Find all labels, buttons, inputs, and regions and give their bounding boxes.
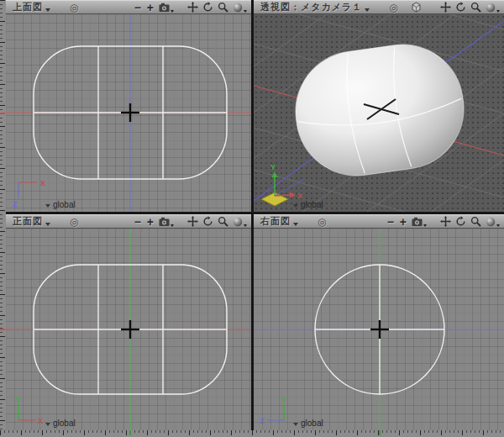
camera-menu-arrow-icon [171, 10, 174, 13]
vertical-ruler [0, 0, 6, 430]
axis-label-x: X [297, 192, 302, 200]
sphere-zoom-icon [486, 3, 496, 13]
axis-label-z: Z [13, 200, 18, 208]
viewport-menu-arrow-icon[interactable] [45, 223, 50, 226]
rotation-center-icon[interactable]: ◎ [318, 216, 326, 228]
rotate-icon [455, 2, 466, 13]
ruler-major-ticks [0, 0, 5, 430]
axis-label-x: X [38, 417, 43, 425]
view-scale-button[interactable] [485, 217, 501, 227]
viewport-front-view: 正面図 ◎ − + [6, 214, 251, 430]
magnifier-icon [218, 2, 228, 13]
right-view-titlebar: 右面図 ◎ − + [254, 214, 504, 229]
camera-menu-arrow-icon [423, 224, 427, 227]
rotation-center-icon[interactable]: ◎ [70, 216, 78, 228]
front-view-titlebar: 正面図 ◎ − + [6, 214, 251, 229]
rotation-center-icon[interactable]: ◎ [389, 2, 397, 13]
magnify-button[interactable] [217, 2, 229, 13]
coord-system-selector[interactable]: global [293, 200, 323, 209]
viewport-title: 上面図 [13, 1, 43, 13]
coord-system-selector[interactable]: global [45, 419, 76, 428]
pan-icon [440, 2, 451, 13]
pan-icon [440, 216, 451, 227]
viewport-title: 透視図：メタカメラ１ [260, 1, 362, 13]
coord-system-selector[interactable]: global [45, 200, 76, 209]
magnify-button[interactable] [470, 2, 482, 13]
ruler-major-ticks [0, 430, 504, 435]
sphere-zoom-icon [233, 217, 243, 227]
front-view-canvas[interactable]: Y X global [6, 229, 251, 430]
view-scale-menu-arrow-icon [244, 224, 247, 227]
camera-button[interactable] [411, 217, 428, 227]
origin-crosshair [121, 103, 139, 122]
view-scale-button[interactable] [232, 3, 248, 13]
perspective-canvas[interactable]: Y X global [254, 14, 504, 212]
pan-button[interactable] [186, 2, 199, 13]
camera-button[interactable] [158, 3, 175, 13]
coord-dropdown-icon [293, 423, 298, 426]
camera-menu-arrow-icon [171, 224, 174, 227]
zoom-out-button[interactable]: − [386, 216, 396, 228]
zoom-out-button[interactable]: − [133, 216, 143, 228]
zoom-out-button[interactable]: − [133, 2, 143, 13]
shaded-cube-icon [411, 2, 422, 13]
coord-system-label: global [53, 200, 76, 209]
top-view-titlebar: 上面図 ◎ − + [6, 0, 251, 14]
viewport-right-view: 右面図 ◎ − + [254, 214, 504, 430]
pan-icon [187, 2, 198, 13]
view-scale-button[interactable] [485, 3, 501, 13]
camera-icon [412, 217, 423, 227]
camera-icon [159, 3, 170, 13]
pan-button[interactable] [439, 2, 452, 13]
sphere-zoom-icon [486, 217, 496, 227]
rotate-view-button[interactable] [202, 216, 214, 227]
zoom-in-button[interactable]: + [145, 2, 155, 13]
camera-icon [159, 217, 170, 227]
viewport-title: 右面図 [260, 215, 291, 228]
x-axis-ruler-tick [0, 113, 5, 114]
magnify-button[interactable] [217, 216, 229, 227]
top-view-canvas[interactable]: X Z global [6, 14, 251, 212]
axis-label-x: X [40, 179, 45, 187]
axis-label-y: Y [270, 163, 276, 171]
coord-system-selector[interactable]: global [293, 419, 323, 428]
origin-crosshair [370, 320, 389, 339]
coord-dropdown-icon [293, 204, 298, 208]
viewport-menu-arrow-icon[interactable] [293, 223, 298, 226]
viewport-top-view: 上面図 ◎ − + [6, 0, 251, 212]
axis-label-y: Y [15, 396, 20, 404]
right-view-canvas[interactable]: Y Z global [254, 229, 504, 430]
magnifier-icon [470, 216, 481, 227]
axis-label-z: Z [260, 417, 265, 425]
rotate-icon [455, 216, 466, 227]
coord-dropdown-icon [45, 423, 50, 426]
rotate-view-button[interactable] [454, 216, 467, 227]
axis-label-y: Y [281, 396, 286, 404]
viewport-menu-arrow-icon[interactable] [365, 8, 370, 12]
camera-button[interactable] [158, 217, 175, 227]
coord-system-label: global [301, 200, 323, 209]
pan-button[interactable] [186, 216, 199, 227]
display-mode-button[interactable] [410, 2, 423, 13]
coord-system-label: global [53, 419, 76, 428]
rotate-view-button[interactable] [454, 2, 467, 13]
zoom-in-button[interactable]: + [398, 216, 408, 228]
coord-system-label: global [301, 419, 323, 428]
rotate-view-button[interactable] [202, 2, 214, 13]
view-scale-menu-arrow-icon [244, 10, 247, 13]
sphere-zoom-icon [233, 3, 243, 13]
magnifier-icon [218, 216, 228, 227]
magnifier-icon [470, 2, 481, 13]
pan-button[interactable] [439, 216, 452, 227]
x-axis-ruler-tick [0, 329, 5, 330]
rotate-icon [202, 2, 213, 13]
rotation-center-icon[interactable]: ◎ [70, 2, 78, 13]
origin-crosshair [121, 320, 139, 339]
magnify-button[interactable] [470, 216, 482, 227]
perspective-titlebar: 透視図：メタカメラ１ ◎ [254, 0, 504, 14]
view-scale-button[interactable] [232, 217, 248, 227]
rotate-icon [202, 216, 213, 227]
view-scale-menu-arrow-icon [496, 10, 500, 13]
zoom-in-button[interactable]: + [145, 216, 155, 228]
viewport-menu-arrow-icon[interactable] [45, 8, 50, 12]
